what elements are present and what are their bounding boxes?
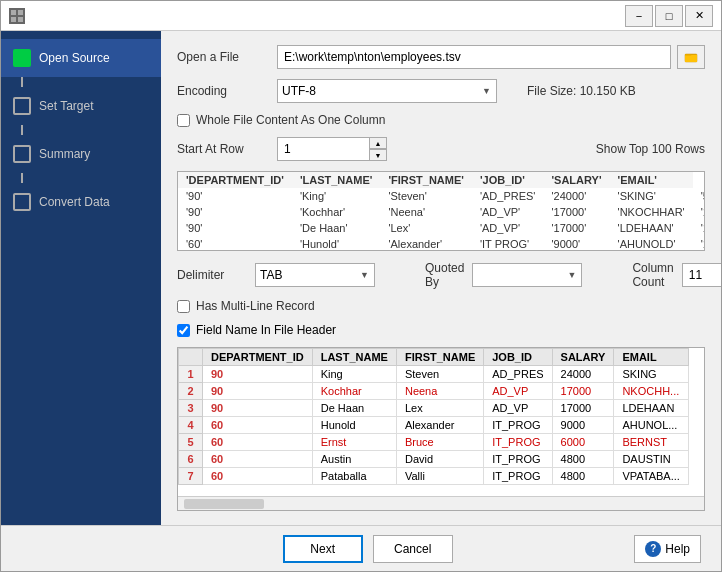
raw-preview-row-2: '90''Kochhar''Neena''AD_VP''17000''NKOCH… [178,204,704,220]
cell-data: AD_VP [484,400,552,417]
column-count-section: Column Count ▲ ▼ [632,261,721,289]
quoted-select-wrapper: " ' [472,263,582,287]
cell-data: Ernst [312,434,396,451]
sidebar-label-open-source: Open Source [39,51,110,65]
file-input-row: E:\work\temp\nton\employees.tsv [277,45,705,69]
cell-dept: 60 [203,468,313,485]
sidebar-connector-1 [21,77,23,87]
multiline-row: Has Multi-Line Record [177,299,705,313]
sidebar-item-set-target[interactable]: Set Target [1,87,161,125]
encoding-select[interactable]: UTF-8 UTF-16 ISO-8859-1 [277,79,497,103]
footer: Next Cancel ? Help [1,525,721,571]
cell-dept: 90 [203,400,313,417]
help-button[interactable]: ? Help [634,535,701,563]
encoding-label: Encoding [177,84,267,98]
footer-center: Next Cancel [283,535,453,563]
th-rownum [179,349,203,366]
fieldname-label: Field Name In File Header [196,323,336,337]
cell-dept: 60 [203,451,313,468]
raw-preview-row-4: '60''Hunold''Alexander''IT PROG''9000''A… [178,236,704,250]
cell-data: AD_PRES [484,366,552,383]
cell-data: LDEHAAN [614,400,688,417]
sidebar-label-set-target: Set Target [39,99,93,113]
whole-file-checkbox[interactable] [177,114,190,127]
th-email: EMAIL [614,349,688,366]
table-row: 560ErnstBruceIT_PROG6000BERNST [179,434,689,451]
multiline-checkbox-row: Has Multi-Line Record [177,299,315,313]
table-row: 190KingStevenAD_PRES24000SKING [179,366,689,383]
raw-preview-inner[interactable]: 'DEPARTMENT_ID''LAST_NAME''FIRST_NAME''J… [178,172,704,250]
cell-data: IT_PROG [484,434,552,451]
cancel-button[interactable]: Cancel [373,535,453,563]
data-preview-area: DEPARTMENT_ID LAST_NAME FIRST_NAME JOB_I… [177,347,705,511]
raw-preview-row-1: '90''King''Steven''AD_PRES''24000''SKING… [178,188,704,204]
sidebar-label-convert-data: Convert Data [39,195,110,209]
cell-data: Valli [396,468,483,485]
file-size-label: File Size: 10.150 KB [527,84,636,98]
cell-data: DAUSTIN [614,451,688,468]
cell-data: Lex [396,400,483,417]
cell-data: King [312,366,396,383]
cell-data: 4800 [552,468,614,485]
quoted-by-select[interactable]: " ' [472,263,582,287]
th-job-id: JOB_ID [484,349,552,366]
sidebar-item-open-source[interactable]: Open Source [1,39,161,77]
fieldname-checkbox[interactable] [177,324,190,337]
quoted-by-label: Quoted By [425,261,464,289]
table-row: 660AustinDavidIT_PROG4800DAUSTIN [179,451,689,468]
title-bar: − □ ✕ [1,1,721,31]
th-department-id: DEPARTMENT_ID [203,349,313,366]
start-row-up[interactable]: ▲ [369,137,387,149]
close-button[interactable]: ✕ [685,5,713,27]
row-number: 3 [179,400,203,417]
column-count-label: Column Count [632,261,673,289]
title-bar-left [9,8,25,24]
maximize-button[interactable]: □ [655,5,683,27]
multiline-label: Has Multi-Line Record [196,299,315,313]
data-table-scrollbar[interactable] [178,496,704,510]
app-window: − □ ✕ Open Source Set Target Summary [0,0,722,572]
cell-dept: 90 [203,366,313,383]
cell-data: IT_PROG [484,417,552,434]
cell-data: SKING [614,366,688,383]
row-number: 6 [179,451,203,468]
column-count-input[interactable] [682,263,721,287]
raw-preview-table: 'DEPARTMENT_ID''LAST_NAME''FIRST_NAME''J… [178,172,704,250]
browse-button[interactable] [677,45,705,69]
raw-preview-row-3: '90''De Haan''Lex''AD_VP''17000''LDEHAAN… [178,220,704,236]
sidebar-connector-3 [21,173,23,183]
raw-preview-area: 'DEPARTMENT_ID''LAST_NAME''FIRST_NAME''J… [177,171,705,251]
cell-data: David [396,451,483,468]
cell-data: Pataballa [312,468,396,485]
sidebar-item-convert-data[interactable]: Convert Data [1,183,161,221]
minimize-button[interactable]: − [625,5,653,27]
row-number: 7 [179,468,203,485]
cell-data: Steven [396,366,483,383]
data-table-wrapper[interactable]: DEPARTMENT_ID LAST_NAME FIRST_NAME JOB_I… [178,348,704,496]
file-path-display: E:\work\temp\nton\employees.tsv [277,45,671,69]
encoding-row: Encoding UTF-8 UTF-16 ISO-8859-1 File Si… [177,79,705,103]
cell-data: Kochhar [312,383,396,400]
step-indicator-open-source [13,49,31,67]
multiline-checkbox[interactable] [177,300,190,313]
row-number: 2 [179,383,203,400]
step-indicator-set-target [13,97,31,115]
title-bar-controls: − □ ✕ [625,5,713,27]
data-table: DEPARTMENT_ID LAST_NAME FIRST_NAME JOB_I… [178,348,689,485]
start-row-down[interactable]: ▼ [369,149,387,161]
folder-icon [684,50,698,64]
cell-data: 17000 [552,383,614,400]
th-salary: SALARY [552,349,614,366]
table-row: 390De HaanLexAD_VP17000LDEHAAN [179,400,689,417]
cell-data: AD_VP [484,383,552,400]
delimiter-section: Delimiter TAB COMMA SEMICOLON [177,263,375,287]
col-count-input-wrapper: ▲ ▼ [682,263,721,287]
delimiter-select[interactable]: TAB COMMA SEMICOLON [255,263,375,287]
data-table-body: 190KingStevenAD_PRES24000SKING290Kochhar… [179,366,689,485]
cell-data: 4800 [552,451,614,468]
delimiter-select-wrapper: TAB COMMA SEMICOLON [255,263,375,287]
next-button[interactable]: Next [283,535,363,563]
sidebar-item-summary[interactable]: Summary [1,135,161,173]
whole-file-label: Whole File Content As One Column [196,113,385,127]
cell-data: 9000 [552,417,614,434]
